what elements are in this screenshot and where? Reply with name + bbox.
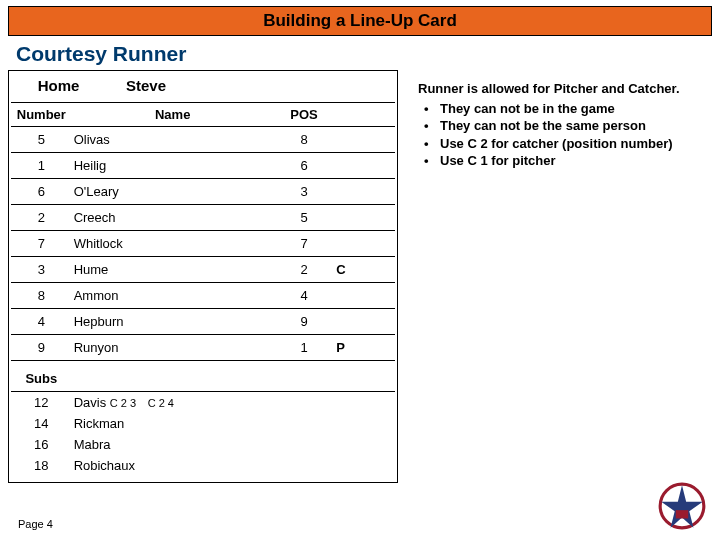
sub-row: 12 Davis C 2 3 C 2 4 <box>11 392 395 414</box>
subs-label: Subs <box>11 361 72 392</box>
rules-item: •Use C 1 for pitcher <box>418 152 706 170</box>
page-title: Building a Line-Up Card <box>8 6 712 36</box>
table-row: 2Creech5 <box>11 205 395 231</box>
card-header: Home Steve <box>11 73 395 102</box>
col-extra <box>334 103 395 127</box>
home-label: Home <box>11 77 106 94</box>
subs-header: Subs <box>11 361 395 392</box>
league-logo-icon <box>656 480 708 532</box>
table-row: 8Ammon4 <box>11 283 395 309</box>
content-area: Home Steve Number Name POS 5Olivas8 1Hei… <box>0 70 720 483</box>
table-row: 7Whitlock7 <box>11 231 395 257</box>
sub-row: 18Robichaux <box>11 455 395 476</box>
table-row: 5Olivas8 <box>11 127 395 153</box>
section-heading: Courtesy Runner <box>16 42 720 66</box>
lineup-table: Number Name POS 5Olivas8 1Heilig6 6O'Lea… <box>11 102 395 476</box>
col-pos: POS <box>274 103 335 127</box>
rules-panel: Runner is allowed for Pitcher and Catche… <box>398 70 712 483</box>
page-number: Page 4 <box>18 518 53 530</box>
lineup-card: Home Steve Number Name POS 5Olivas8 1Hei… <box>8 70 398 483</box>
table-row: 3Hume2C <box>11 257 395 283</box>
coach-name: Steve <box>106 77 286 94</box>
rules-list: •They can not be in the game •They can n… <box>418 100 706 170</box>
sub-row: 14Rickman <box>11 413 395 434</box>
sub-row: 16Mabra <box>11 434 395 455</box>
rules-item: •They can not be in the game <box>418 100 706 118</box>
sub-name: Davis <box>74 395 107 410</box>
sub-annotation: C 2 3 <box>110 397 136 409</box>
col-name: Name <box>72 103 274 127</box>
bullet-icon: • <box>418 152 440 170</box>
table-row: 9Runyon1P <box>11 335 395 361</box>
bullet-icon: • <box>418 135 440 153</box>
rules-item: •They can not be the same person <box>418 117 706 135</box>
bullet-icon: • <box>418 100 440 118</box>
table-row: 1Heilig6 <box>11 153 395 179</box>
rules-item: •Use C 2 for catcher (position number) <box>418 135 706 153</box>
table-header-row: Number Name POS <box>11 103 395 127</box>
table-row: 6O'Leary3 <box>11 179 395 205</box>
svg-rect-1 <box>676 510 688 518</box>
table-row: 4Hepburn9 <box>11 309 395 335</box>
bullet-icon: • <box>418 117 440 135</box>
col-number: Number <box>11 103 72 127</box>
rules-intro: Runner is allowed for Pitcher and Catche… <box>418 80 706 98</box>
sub-annotation: C 2 4 <box>148 397 174 409</box>
